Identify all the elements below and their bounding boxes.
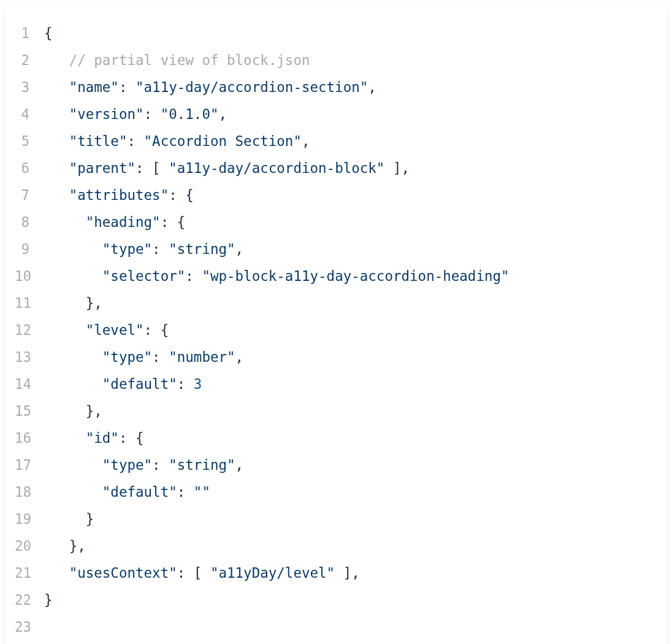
code-token: "level" [86,322,144,338]
code-token: : [152,241,169,257]
line-number: 7 [15,182,44,209]
code-content: }, [44,532,657,559]
code-content: { [44,20,657,47]
code-token: : { [161,214,186,230]
code-line: 4 "version": "0.1.0", [15,101,657,128]
code-content: "type": "string", [44,451,657,478]
code-content: "selector": "wp-block-a11y-day-accordion… [44,263,657,289]
code-token: // partial view of block.json [69,52,310,68]
code-content: }, [44,397,657,424]
code-line: 1{ [15,20,657,47]
code-content: } [44,505,657,532]
code-line: 3 "name": "a11y-day/accordion-section", [15,74,657,101]
line-number: 9 [15,236,44,263]
code-line: 23 [15,613,657,640]
code-token: "0.1.0" [161,106,219,122]
code-line: 12 "level": { [15,316,657,343]
code-token: 3 [194,376,202,392]
code-content: "default": "" [44,478,657,505]
code-token: { [44,25,53,41]
code-line: 14 "default": 3 [15,370,657,397]
code-token: "a11y-day/accordion-section" [136,79,368,95]
code-content: "parent": [ "a11y-day/accordion-block" ]… [44,155,657,182]
code-token: "default" [102,376,177,392]
code-token: , [351,565,360,581]
code-line: 10 "selector": "wp-block-a11y-day-accord… [15,263,657,289]
code-token: : [119,79,136,95]
code-token: [ [194,565,210,581]
code-line: 13 "type": "number", [15,343,657,370]
code-token: ] [335,565,351,581]
code-token: : [177,484,194,500]
code-line: 9 "type": "string", [15,236,657,263]
line-number: 1 [15,20,44,47]
code-content: "type": "string", [44,236,657,263]
code-token: ] [384,160,401,176]
line-number: 12 [15,316,44,343]
code-token: } [86,511,94,527]
code-token [44,403,86,419]
code-token [44,376,102,392]
line-number: 18 [15,478,44,505]
code-content: "title": "Accordion Section", [44,128,657,155]
code-content: }, [44,289,657,316]
line-number: 17 [15,451,44,478]
code-token: "a11yDay/level" [210,565,335,581]
code-line: 8 "heading": { [15,209,657,236]
line-number: 15 [15,397,44,424]
code-token [44,214,86,230]
code-token [44,241,102,257]
line-number: 16 [15,424,44,451]
code-token: }, [69,538,86,554]
line-number: 22 [15,586,44,613]
code-token: "name" [69,79,119,95]
code-token [44,349,102,365]
code-line: 21 "usesContext": [ "a11yDay/level" ], [15,559,657,586]
code-token: [ [152,160,169,176]
code-token: , [235,241,244,257]
line-number: 13 [15,343,44,370]
code-content: "heading": { [44,209,657,236]
code-token [44,106,69,122]
code-content: "name": "a11y-day/accordion-section", [44,74,657,101]
code-token: "usesContext" [69,565,177,581]
line-number: 11 [15,289,44,316]
code-token [44,295,86,311]
code-block: 1{2 // partial view of block.json3 "name… [5,5,667,644]
code-token [44,187,69,203]
code-token: : [185,268,202,284]
code-token: "" [194,484,210,500]
code-token: "default" [102,484,177,500]
code-token: : { [169,187,194,203]
code-token: "a11y-day/accordion-block" [169,160,384,176]
code-line: 16 "id": { [15,424,657,451]
line-number: 10 [15,263,44,289]
code-content: "attributes": { [44,182,657,209]
line-number: 23 [15,613,44,640]
code-line: 11 }, [15,289,657,316]
code-token: "selector" [102,268,185,284]
code-token: "heading" [86,214,161,230]
code-token: : [144,106,161,122]
code-content: // partial view of block.json [44,47,657,74]
code-token: } [44,592,53,608]
code-token [44,538,69,554]
code-token [44,565,69,581]
code-token: "parent" [69,160,136,176]
code-content: "version": "0.1.0", [44,101,657,128]
code-token [44,511,86,527]
line-number: 8 [15,209,44,236]
code-line: 22} [15,586,657,613]
code-token: , [235,349,244,365]
code-line: 15 }, [15,397,657,424]
line-number: 14 [15,370,44,397]
code-token: , [368,79,376,95]
code-token [44,79,69,95]
code-content: "type": "number", [44,343,657,370]
code-token: : [136,160,152,176]
code-token: "type" [102,349,152,365]
code-token: "number" [169,349,235,365]
code-token: : { [144,322,169,338]
code-content: "id": { [44,424,657,451]
code-line: 20 }, [15,532,657,559]
